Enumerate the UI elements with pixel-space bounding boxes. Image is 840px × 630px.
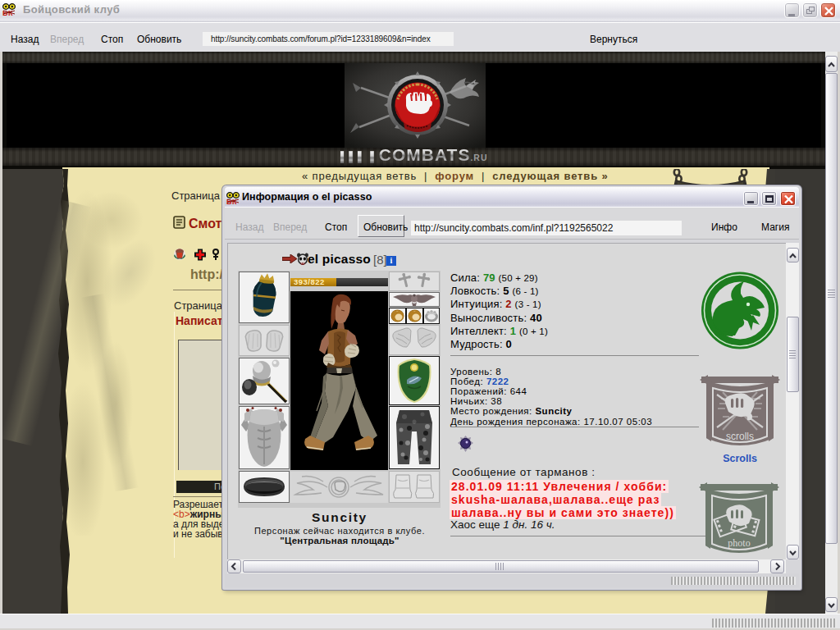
svg-text:scrolls: scrolls (726, 431, 754, 442)
svg-text:photo: photo (728, 537, 750, 549)
